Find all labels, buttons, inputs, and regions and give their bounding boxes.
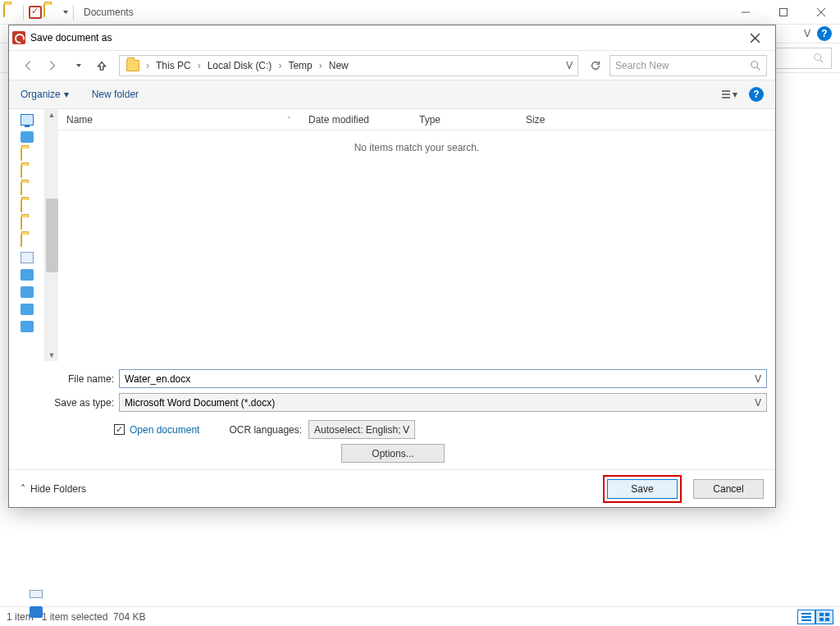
svg-rect-11 xyxy=(819,618,824,621)
save-type-select[interactable]: Microsoft Word Document (*.docx) ᐯ xyxy=(119,393,767,412)
save-button-highlight: Save xyxy=(603,475,682,503)
drive-icon[interactable] xyxy=(21,252,34,263)
status-size: 704 KB xyxy=(113,611,145,623)
tree-item-icon xyxy=(30,606,43,618)
breadcrumb-dropdown-icon[interactable]: ᐯ xyxy=(566,60,576,71)
dialog-title: Save document as xyxy=(30,32,112,43)
svg-rect-10 xyxy=(825,613,829,616)
chevron-right-icon[interactable]: › xyxy=(144,60,151,71)
refresh-button[interactable] xyxy=(585,55,606,76)
svg-rect-12 xyxy=(825,618,829,621)
search-icon xyxy=(813,53,824,64)
column-date[interactable]: Date modified xyxy=(300,109,411,130)
breadcrumb-segment[interactable]: New xyxy=(324,56,354,75)
view-details-button[interactable] xyxy=(797,610,815,624)
hide-folders-toggle[interactable]: ˄ Hide Folders xyxy=(21,483,86,495)
tree-item-icon[interactable] xyxy=(21,131,34,143)
nav-back-button[interactable] xyxy=(17,55,39,76)
tree-item-icon[interactable] xyxy=(21,269,34,281)
folder-icon xyxy=(43,5,58,20)
explorer-titlebar: Documents xyxy=(0,0,840,25)
empty-state-text: No items match your search. xyxy=(58,130,775,361)
scroll-down-icon[interactable]: ▼ xyxy=(48,350,56,361)
svg-rect-9 xyxy=(819,613,824,616)
properties-quickaccess-icon[interactable] xyxy=(29,6,42,19)
maximize-button[interactable] xyxy=(765,0,802,25)
scroll-up-icon[interactable]: ▲ xyxy=(48,109,56,121)
breadcrumb-segment[interactable]: Temp xyxy=(283,56,317,75)
chevron-right-icon[interactable]: › xyxy=(317,60,324,71)
options-button[interactable]: Options... xyxy=(341,444,445,463)
tree-item-icon[interactable] xyxy=(21,304,34,315)
minimize-button[interactable] xyxy=(727,0,765,25)
monitor-icon[interactable] xyxy=(21,114,34,126)
column-size[interactable]: Size xyxy=(518,109,587,130)
dialog-toolbar: Organize▾ New folder ▾ ? xyxy=(9,80,775,109)
folder-icon xyxy=(3,5,18,20)
search-icon xyxy=(750,60,761,71)
cancel-button[interactable]: Cancel xyxy=(693,479,764,499)
nav-forward-button[interactable] xyxy=(42,55,63,76)
breadcrumb-bar[interactable]: › This PC › Local Disk (C:) › Temp › New… xyxy=(119,55,578,76)
sort-asc-icon: ˄ xyxy=(287,116,291,124)
breadcrumb-segment[interactable]: This PC xyxy=(151,56,196,75)
folder-icon[interactable] xyxy=(21,234,22,247)
chevron-up-icon: ˄ xyxy=(21,483,25,495)
folder-icon[interactable] xyxy=(21,148,22,161)
filename-fields: File name: Water_en.docx ᐯ Save as type:… xyxy=(9,361,775,417)
chevron-right-icon[interactable]: › xyxy=(276,60,283,71)
folder-icon[interactable] xyxy=(21,217,22,230)
window-title: Documents xyxy=(79,7,134,18)
nav-tree[interactable] xyxy=(9,109,44,361)
view-mode-dropdown[interactable]: ▾ xyxy=(722,89,737,100)
ocr-lang-value: Autoselect: English; G xyxy=(314,424,403,436)
separator xyxy=(23,5,24,20)
save-type-value: Microsoft Word Document (*.docx) xyxy=(125,397,275,409)
open-document-checkbox[interactable]: ✓ Open document xyxy=(114,424,199,436)
file-name-label: File name: xyxy=(17,373,114,385)
save-as-dialog: Save document as › This PC › Local Disk … xyxy=(8,25,776,508)
view-icons-button[interactable] xyxy=(815,610,833,624)
svg-rect-8 xyxy=(801,619,811,621)
separator xyxy=(73,5,74,20)
column-name[interactable]: Name˄ xyxy=(58,109,300,130)
new-folder-button[interactable]: New folder xyxy=(92,89,139,100)
ocr-lang-select[interactable]: Autoselect: English; G ᐯ xyxy=(308,420,415,439)
ribbon-expand-chevron-icon[interactable]: ᐯ xyxy=(804,28,810,39)
close-button[interactable] xyxy=(802,0,840,25)
tree-item-icon[interactable] xyxy=(21,286,34,298)
save-button[interactable]: Save xyxy=(607,479,678,499)
svg-rect-7 xyxy=(801,616,811,618)
chevron-right-icon[interactable]: › xyxy=(196,60,203,71)
svg-rect-1 xyxy=(780,8,788,16)
tree-scrollbar[interactable]: ▲ ▼ xyxy=(44,109,58,361)
svg-point-15 xyxy=(751,61,758,67)
explorer-statusbar: 1 item 1 item selected 704 KB xyxy=(0,606,840,626)
breadcrumb-segment[interactable]: Local Disk (C:) xyxy=(203,56,277,75)
scroll-thumb[interactable] xyxy=(46,199,58,272)
chevron-down-icon[interactable]: ᐯ xyxy=(755,397,761,409)
dialog-close-button[interactable] xyxy=(737,25,772,50)
dialog-bottom-bar: ˄ Hide Folders Save Cancel xyxy=(9,469,775,507)
nav-recent-dropdown[interactable] xyxy=(66,55,88,76)
folder-icon[interactable] xyxy=(21,182,22,195)
svg-line-5 xyxy=(820,59,824,62)
tree-icons-background-lower xyxy=(30,590,46,626)
folder-icon[interactable] xyxy=(21,199,22,212)
file-area: ▲ ▼ Name˄ Date modified Type Size No ite… xyxy=(9,109,775,361)
column-type[interactable]: Type xyxy=(411,109,518,130)
help-icon[interactable]: ? xyxy=(817,26,832,41)
chevron-down-icon[interactable]: ᐯ xyxy=(403,424,409,436)
nav-up-button[interactable] xyxy=(91,55,112,76)
svg-line-16 xyxy=(757,66,760,70)
organize-menu[interactable]: Organize▾ xyxy=(21,89,69,100)
file-listing: Name˄ Date modified Type Size No items m… xyxy=(58,109,775,361)
quick-access-dropdown-icon[interactable] xyxy=(63,11,68,14)
folder-icon[interactable] xyxy=(21,165,22,178)
chevron-down-icon[interactable]: ᐯ xyxy=(755,373,761,385)
svg-point-4 xyxy=(815,53,821,60)
file-name-input[interactable]: Water_en.docx ᐯ xyxy=(119,369,767,388)
dialog-search-input[interactable]: Search New xyxy=(609,55,767,76)
tree-item-icon[interactable] xyxy=(21,321,34,332)
help-icon[interactable]: ? xyxy=(749,87,764,102)
